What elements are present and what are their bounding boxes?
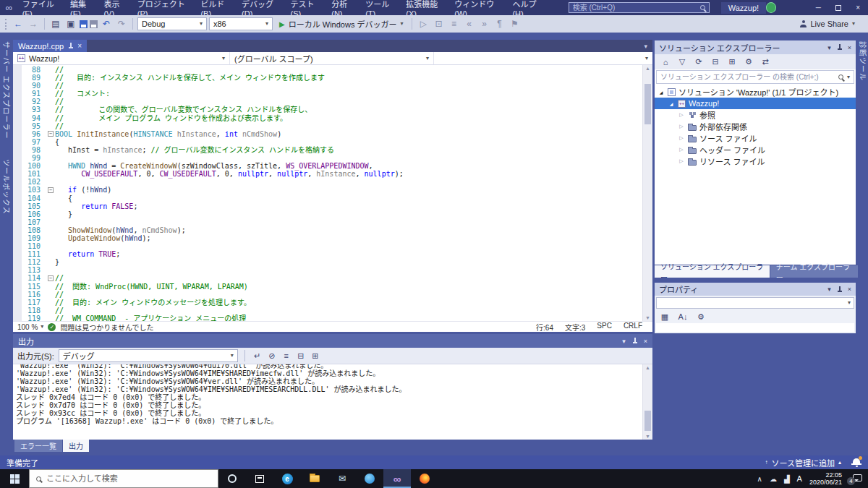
zoom-dropdown[interactable]: 100 %▾ [17,323,43,331]
save-icon[interactable] [80,20,88,28]
window-position-icon[interactable]: ▾ [622,338,626,345]
categorized-icon[interactable]: ▦ [659,312,671,322]
cortana-icon[interactable] [218,469,246,488]
minimize-button[interactable]: ─ [808,0,828,15]
properties-header[interactable]: プロパティ ▾ × [655,283,856,296]
output-scrollbar[interactable]: ▲ ▼ [642,364,652,440]
tree-item[interactable]: ◢++Wazzup! [655,98,856,109]
solution-explorer-header[interactable]: ソリューション エクスプローラー ▾ × [655,40,856,54]
window-position-icon[interactable]: ▾ [827,286,831,293]
hidden-icons-chevron[interactable]: ∧ [757,475,762,483]
tool-window-tab[interactable]: ソリューション エクスプローラー [655,265,770,278]
tool-window-tab[interactable]: チーム エクスプローラー [770,265,858,278]
taskbar-search-input[interactable] [46,474,211,483]
collapsed-arrow-icon[interactable]: ▷ [678,124,685,129]
add-to-source-control-button[interactable]: ↑ ソース管理に追加 ▴ [765,457,841,468]
maximize-button[interactable] [828,0,848,15]
collapse-icon[interactable]: ⊟ [295,351,307,361]
spaces-indicator[interactable]: SPC [597,322,612,333]
auto-hide-pin-icon[interactable] [632,338,637,344]
document-tab[interactable]: Wazzup!.cpp × [13,40,87,52]
window-position-icon[interactable]: ▾ [827,44,831,51]
properties-object-dropdown[interactable]: ▾ [656,297,854,309]
undo-icon[interactable]: ↶ [100,19,113,29]
indent-decrease-icon[interactable]: « [462,19,475,29]
start-debugging-button[interactable]: ▶ ローカル Windows デバッガー ▾ [275,17,407,31]
close-button[interactable]: × [848,0,868,15]
auto-hide-pin-icon[interactable] [837,44,842,51]
home-icon[interactable]: ⌂ [660,58,671,67]
visual-studio-icon[interactable]: ∞ [383,469,411,488]
scope-dropdown[interactable]: (グローバル スコープ) ▾ [230,52,434,64]
close-panel-icon[interactable]: × [848,286,851,293]
alphabetical-icon[interactable]: A↓ [677,312,689,321]
collapsed-arrow-icon[interactable]: ▷ [678,158,685,164]
solution-configurations-dropdown[interactable]: Debug▾ [137,17,207,30]
start-button[interactable] [0,469,29,488]
taskbar-search-box[interactable] [29,469,218,488]
scrollbar-thumb[interactable] [644,411,651,431]
expanded-arrow-icon[interactable]: ◢ [668,101,675,106]
collapse-region-icon[interactable]: − [48,187,54,193]
health-message[interactable]: 問題は見つかりませんでした [60,322,153,333]
bottom-panel-tab[interactable]: エラー一覧 [14,440,62,452]
tool-tab-diagnostics[interactable]: 診断ツール [858,41,868,81]
output-panel-header[interactable]: 出力 ▾ × [13,334,652,348]
document-list-icon[interactable]: ▾ [644,43,647,50]
member-dropdown[interactable]: ▾ [434,52,652,64]
tree-item[interactable]: ▷外部依存関係 [655,121,856,132]
live-share-button[interactable]: Live Share ▾ [800,20,855,28]
scroll-down-icon[interactable]: ▼ [643,315,652,320]
expanded-arrow-icon[interactable]: ◢ [658,90,665,95]
auto-hide-pin-icon[interactable] [837,286,842,293]
clear-all-icon[interactable]: ⊘ [266,351,278,361]
hot-reload-icon[interactable]: ⊡ [432,19,445,29]
word-wrap-icon[interactable]: ↵ [252,351,263,361]
action-center-icon[interactable]: 4 [851,474,862,484]
outline-icon[interactable]: ≡ [447,19,460,29]
network-icon[interactable]: ▟ [784,475,790,483]
indent-increase-icon[interactable]: » [477,19,490,29]
health-check-icon[interactable]: ✓ [48,323,56,331]
notifications-bell-icon[interactable] [851,458,861,467]
pin-icon[interactable] [68,43,73,49]
edge-icon[interactable]: e [273,469,301,488]
solution-explorer-search-input[interactable] [660,73,835,81]
ime-indicator[interactable]: A [797,474,802,483]
browser-icon[interactable] [356,469,383,488]
quick-search-input[interactable] [573,4,700,12]
breakpoint-margin[interactable] [13,65,22,321]
mail-icon[interactable]: ✉ [328,469,356,488]
onedrive-icon[interactable]: ☁ [770,475,777,483]
tool-tab[interactable]: ツールボックス [1,159,12,215]
properties-grid[interactable] [656,323,854,332]
output-body[interactable]: 'Wazzup!.exe' (Win32): 'C:¥Windows¥SysWO… [13,364,652,440]
quick-search-box[interactable] [569,2,710,13]
expand-icon[interactable]: ⊞ [310,351,321,361]
close-panel-icon[interactable]: × [644,338,647,345]
open-file-icon[interactable]: ▣ [64,19,77,29]
taskbar-clock[interactable]: 22:05 2020/06/21 [809,471,842,486]
collapse-region-icon[interactable]: − [48,131,54,137]
filter-icon[interactable]: ▽ [676,57,688,67]
sync-icon[interactable]: ⇄ [760,57,771,67]
close-tab-icon[interactable]: × [77,42,82,50]
code-lines[interactable]: 88//89// 目的: インスタンス ハンドルを保存して、メイン ウィンドウを… [22,65,642,321]
refresh-icon[interactable]: ⟳ [693,57,705,67]
messages-icon[interactable]: ≡ [281,351,292,361]
collapse-all-icon[interactable]: ⊟ [710,57,721,67]
tree-item[interactable]: ▷リソース ファイル [655,155,856,167]
solution-platforms-dropdown[interactable]: x86▾ [209,17,273,30]
properties-icon[interactable]: ⚙ [743,57,754,67]
line-ending-indicator[interactable]: CRLF [624,322,642,333]
code-editor[interactable]: 88//89// 目的: インスタンス ハンドルを保存して、メイン ウィンドウを… [13,65,652,321]
file-explorer-icon[interactable] [301,469,328,488]
scroll-up-icon[interactable]: ▲ [643,66,652,71]
bookmark-icon[interactable]: ⚑ [508,19,521,29]
project-dropdown[interactable]: ++ Wazzup! ▾ [13,52,230,64]
editor-scrollbar[interactable]: ▲ ▼ [642,65,652,321]
tree-item[interactable]: ◢ソリューション 'Wazzup!' (1/1 プロジェクト) [655,86,856,98]
task-view-icon[interactable] [246,469,273,488]
redo-icon[interactable]: ↷ [115,19,128,29]
scroll-up-icon[interactable]: ▲ [643,365,652,370]
